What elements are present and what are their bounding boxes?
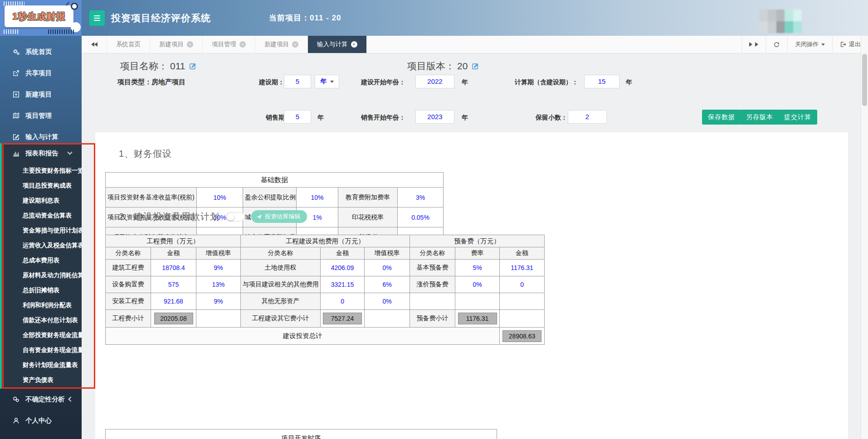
subtotal-value: 1176.31 — [458, 313, 497, 324]
chevron-down-icon — [67, 150, 72, 154]
vat-rate-value[interactable]: 6% — [365, 276, 410, 293]
sidebar-item-profile[interactable]: 个人中心 — [0, 410, 82, 431]
sidebar-item-uncertainty-analysis[interactable]: 不确定性分析 — [0, 389, 82, 410]
sidebar-subitem-report[interactable]: 利润和利润分配表 — [2, 298, 82, 313]
sidebar-subitem-report[interactable]: 财务计划现金流量表 — [2, 357, 82, 372]
column-header: 分类名称 — [106, 247, 151, 260]
sidebar-item-project-management[interactable]: 项目管理 — [0, 105, 82, 126]
sidebar-subitem-report[interactable]: 总流动资金估算表 — [2, 208, 82, 223]
amount-value[interactable]: 0 — [321, 293, 365, 310]
sidebar-subitem-report[interactable]: 主要投资财务指标一览表 — [2, 163, 82, 178]
sidebar-item-new-project[interactable]: 新建项目 — [0, 84, 82, 105]
table-row: 设备购置费 575 13% 与项目建设相关的其他费用 3321.15 6% 涨价… — [106, 276, 545, 293]
gears-icon — [12, 48, 20, 56]
sidebar-item-label: 输入与计算 — [25, 133, 59, 141]
sidebar-item-home[interactable]: 系统首页 — [0, 41, 82, 63]
content-area: 项目名称：011 项目版本：20 项目类型：房地产项目 建设期： 5 年 建设开… — [82, 53, 868, 439]
rate-value[interactable]: 0% — [455, 276, 500, 293]
top-header: 投资项目经济评价系统 当前项目：011 - 20 — [82, 0, 868, 36]
sidebar-subitem-report[interactable]: 全部投资财务现金流量表 — [2, 328, 82, 343]
logo-circle-decoration — [71, 3, 78, 10]
subtotal-label: 工程费小计 — [106, 310, 151, 328]
sidebar-subitem-report[interactable]: 总成本费用表 — [2, 253, 82, 268]
build-start-input[interactable]: 2022 — [415, 75, 454, 88]
sidebar-item-label: 新建项目 — [25, 90, 52, 99]
sidebar-subitem-report[interactable]: 资产负债表 — [2, 372, 82, 387]
tabs-scroll-right-button[interactable] — [741, 36, 766, 53]
sidebar-group-label: 报表和报告 — [25, 149, 59, 158]
sidebar-item-shared-projects[interactable]: 共享项目 — [0, 63, 82, 84]
amount-value[interactable]: 4206.09 — [321, 260, 365, 276]
row-label: 土地使用权 — [241, 260, 321, 276]
current-project-value: 011 - 20 — [310, 14, 341, 22]
development-sequence-table: 项目开发时序 — [105, 429, 497, 439]
vertical-scrollbar[interactable] — [861, 36, 868, 439]
user-avatar[interactable] — [759, 10, 802, 33]
decimals-input[interactable]: 2 — [568, 110, 607, 124]
amount-value[interactable]: 1176.31 — [500, 260, 545, 276]
tab-close-icon[interactable]: × — [187, 41, 193, 48]
tab-close-icon[interactable]: × — [292, 41, 298, 48]
sidebar-subitem-report[interactable]: 项目总投资构成表 — [2, 178, 82, 193]
finance-value[interactable]: 10% — [297, 188, 338, 207]
sidebar-subitem-report[interactable]: 自有资金财务现金流量表 — [2, 343, 82, 357]
build-period-input[interactable]: 5 — [284, 75, 311, 88]
save-as-version-button[interactable]: 另存版本 — [740, 110, 779, 125]
invest-estimate-edit-button[interactable]: 投资估算编辑 — [251, 210, 307, 223]
sidebar-item-label: 个人中心 — [25, 416, 52, 425]
sales-period-input[interactable]: 5 — [284, 110, 311, 124]
vat-rate-value[interactable]: 0% — [365, 260, 410, 276]
amount-value[interactable]: 0 — [500, 276, 545, 293]
vat-rate-value[interactable]: 9% — [196, 293, 241, 310]
tab-input-calculate[interactable]: 输入与计算× — [308, 36, 367, 53]
amount-value[interactable]: 3321.15 — [321, 276, 365, 293]
save-data-button[interactable]: 保存数据 — [702, 110, 741, 125]
amount-value[interactable]: 18708.4 — [151, 260, 196, 276]
finance-value[interactable]: 0.05% — [398, 207, 444, 227]
scrollbar-thumb[interactable] — [862, 54, 867, 106]
amount-value[interactable]: 575 — [151, 276, 196, 293]
tab-project-management[interactable]: 项目管理× — [203, 36, 255, 53]
sidebar-subitem-report[interactable]: 资金筹措与使用计划表 — [2, 223, 82, 238]
tab-home[interactable]: 系统首页 — [107, 36, 150, 53]
tab-close-icon[interactable]: × — [239, 41, 246, 48]
finance-value[interactable]: 10% — [197, 188, 243, 207]
sidebar-subitem-report[interactable]: 借款还本付息计划表 — [2, 313, 82, 328]
project-version: 项目版本：20 — [407, 60, 479, 72]
sidebar-item-label: 共享项目 — [25, 69, 52, 77]
edit-project-name-icon[interactable] — [189, 63, 196, 70]
refresh-button[interactable] — [766, 36, 787, 53]
sales-start-input[interactable]: 2023 — [415, 110, 454, 124]
vat-rate-value[interactable]: 0% — [365, 293, 410, 310]
tabs-scroll-left-button[interactable] — [82, 36, 107, 53]
finance-value[interactable]: 3% — [398, 188, 444, 207]
sidebar-subitem-report[interactable]: 建设期利息表 — [2, 193, 82, 208]
sidebar-subitem-report[interactable]: 原材料及动力消耗估算表 — [2, 268, 82, 283]
menu-toggle-button[interactable] — [89, 10, 105, 26]
tab-new-project-1[interactable]: 新建项目× — [150, 36, 203, 53]
rate-value[interactable]: 5% — [455, 260, 500, 276]
edit-project-version-icon[interactable] — [472, 63, 479, 70]
tab-bar: 系统首页 新建项目× 项目管理× 新建项目× 输入与计算× 关闭操作 退出 — [82, 36, 868, 53]
vat-rate-value[interactable]: 9% — [196, 260, 241, 276]
current-project: 当前项目：011 - 20 — [269, 13, 341, 23]
vat-rate-value[interactable]: 13% — [196, 276, 241, 293]
build-period-unit-select[interactable]: 年 — [315, 75, 339, 88]
sidebar-subitem-report[interactable]: 总折旧摊销表 — [2, 283, 82, 298]
sidebar-item-label: 不确定性分析 — [25, 395, 65, 404]
tab-new-project-2[interactable]: 新建项目× — [255, 36, 308, 53]
amount-value[interactable]: 921.68 — [151, 293, 196, 310]
tab-close-icon[interactable]: × — [351, 41, 357, 48]
submit-calculation-button[interactable]: 提交计算 — [778, 110, 817, 125]
sidebar-subitem-report[interactable]: 运营收入及税金估算表 — [2, 238, 82, 253]
column-header: 分类名称 — [410, 247, 455, 260]
refresh-icon — [773, 41, 780, 48]
sidebar-group-reports-header[interactable]: 报表和报告 — [2, 143, 82, 163]
subtotal-value: 20205.08 — [154, 313, 193, 324]
table-title: 基础数据 — [106, 173, 444, 188]
subtotal-value: 7527.24 — [323, 313, 362, 324]
row-label: 基本预备费 — [410, 260, 455, 276]
close-operations-dropdown[interactable]: 关闭操作 — [787, 36, 832, 53]
calc-period-input[interactable]: 15 — [584, 75, 619, 88]
invest-toggle-switch[interactable] — [226, 212, 245, 222]
